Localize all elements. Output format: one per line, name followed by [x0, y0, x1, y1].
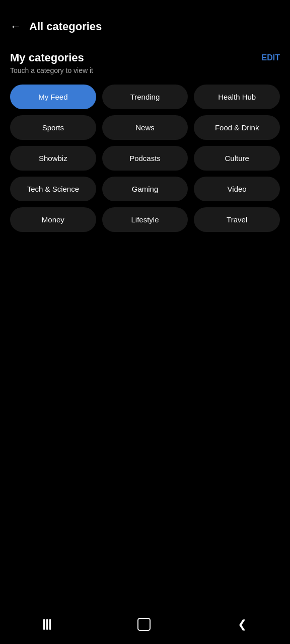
edit-button[interactable]: EDIT [262, 51, 280, 62]
category-chip-travel[interactable]: Travel [194, 207, 280, 232]
navigation-bar: ❮ [0, 604, 290, 644]
category-chip-gaming[interactable]: Gaming [102, 177, 188, 201]
category-chip-money[interactable]: Money [10, 207, 96, 232]
category-chip-video[interactable]: Video [194, 177, 280, 201]
category-chip-food-drink[interactable]: Food & Drink [194, 115, 280, 140]
section-title: My categories [10, 51, 93, 64]
content-area: My categories Touch a category to view i… [0, 43, 290, 604]
categories-grid: My FeedTrendingHealth HubSportsNewsFood … [10, 85, 280, 232]
category-chip-sports[interactable]: Sports [10, 115, 96, 140]
header: ← All categories [0, 0, 290, 43]
back-nav-icon[interactable]: ❮ [238, 618, 247, 631]
category-chip-news[interactable]: News [102, 115, 188, 140]
category-chip-my-feed[interactable]: My Feed [10, 85, 96, 109]
recent-apps-icon[interactable] [43, 619, 51, 630]
category-chip-podcasts[interactable]: Podcasts [102, 146, 188, 171]
category-chip-culture[interactable]: Culture [194, 146, 280, 171]
category-chip-showbiz[interactable]: Showbiz [10, 146, 96, 171]
section-header: My categories Touch a category to view i… [10, 51, 280, 74]
home-icon[interactable] [137, 618, 151, 631]
section-subtitle: Touch a category to view it [10, 66, 93, 74]
page-title: All categories [29, 20, 102, 33]
section-title-group: My categories Touch a category to view i… [10, 51, 93, 74]
back-button[interactable]: ← [10, 20, 21, 33]
category-chip-tech-science[interactable]: Tech & Science [10, 177, 96, 201]
category-chip-health-hub[interactable]: Health Hub [194, 85, 280, 109]
category-chip-trending[interactable]: Trending [102, 85, 188, 109]
category-chip-lifestyle[interactable]: Lifestyle [102, 207, 188, 232]
